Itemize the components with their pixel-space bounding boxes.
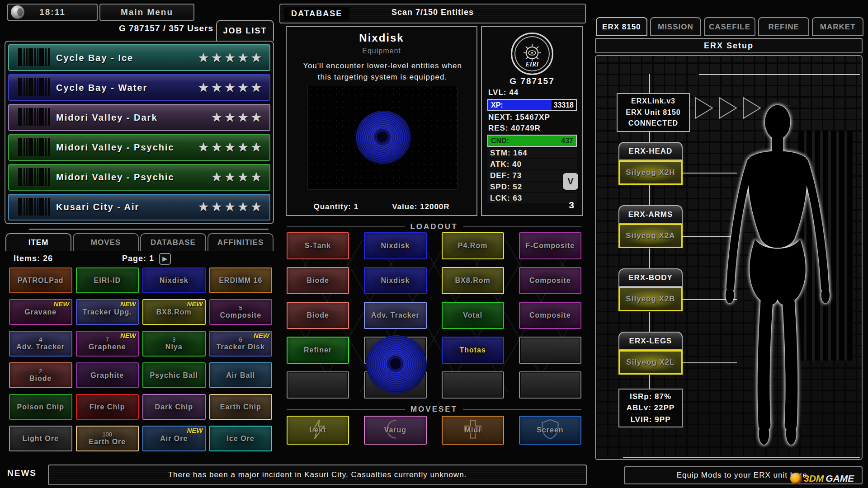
detail-item-name: Nixdisk [287, 32, 476, 44]
loadout-slot[interactable]: Votal [442, 302, 504, 329]
job-list-item[interactable]: Midori Valley - Psychic ★★★★ [8, 164, 270, 191]
loadout-slot[interactable]: BX8.Rom [442, 267, 504, 294]
inventory-item[interactable]: Earth Chip [209, 394, 273, 420]
v-button[interactable]: V [563, 173, 578, 190]
slot-item-name: BX8.Rom [455, 277, 491, 285]
tab-mission[interactable]: MISSION [650, 17, 702, 36]
next-page-button[interactable]: ▶ [159, 253, 171, 265]
loadout-slot[interactable]: Composite [519, 302, 581, 329]
item-name: PATROLPad [18, 277, 64, 285]
slot-item-name: Composite [529, 277, 571, 285]
new-badge: NEW [187, 300, 203, 308]
loadout-slot[interactable]: Nixdisk [364, 267, 426, 294]
tab-market[interactable]: MARKET [812, 17, 863, 36]
inventory-item[interactable]: Poison Chip [9, 394, 72, 420]
slot-item-name: Thotas [459, 346, 486, 354]
inventory-item[interactable]: Psychic Ball [142, 362, 206, 388]
tab-item[interactable]: ITEM [5, 233, 71, 251]
erx-tab-bar: ERX 8150 MISSION CASEFILE REFINE MARKET [596, 17, 863, 36]
inventory-item[interactable]: EIRI-ID [76, 267, 139, 293]
loadout-slot[interactable]: Composite [519, 267, 581, 294]
move-slot[interactable]: Varug [364, 416, 426, 445]
job-list-item[interactable]: Cycle Bay - Water ★★★★★ [8, 74, 270, 101]
game-screen: 18:11 Main Menu G 787157 / 357 Users JOB… [0, 0, 868, 488]
job-rating-stars: ★★★★★ [198, 80, 264, 95]
inventory-item[interactable]: 5Composite [209, 299, 273, 325]
inventory-item[interactable]: NEW6Tracker Disk [209, 331, 273, 357]
inventory-item[interactable]: PATROLPad [9, 267, 72, 293]
inventory-item[interactable]: 100Earth Ore [76, 426, 139, 451]
ablv-stat: ABLv: 22PP [619, 402, 682, 414]
inventory-item[interactable]: Air Ball [209, 362, 273, 388]
lvir-stat: LVIR: 9PP [619, 414, 682, 426]
tab-erx-8150[interactable]: ERX 8150 [596, 17, 647, 36]
move-name: Screen [537, 426, 563, 434]
items-count: Items: 26 [14, 254, 53, 263]
item-name: Adv. Tracker [16, 343, 65, 351]
inventory-item[interactable]: 3Niya [142, 331, 206, 357]
job-list-item[interactable]: Cycle Bay - Ice ★★★★★ [8, 44, 270, 71]
stat-stm: STM: 164 [487, 148, 577, 158]
move-slot[interactable]: Midi [442, 416, 504, 445]
loadout-slot[interactable]: F-Composite [519, 232, 581, 259]
move-slot[interactable]: Screen [519, 416, 581, 445]
item-quantity: 100 [102, 432, 112, 438]
erx-legs-item[interactable]: Silyeog X2L [618, 350, 683, 375]
loadout-slot[interactable]: S-Tank [287, 232, 349, 259]
erx-arms-item[interactable]: Silyeog X2A [618, 224, 683, 248]
job-list-item[interactable]: Midori Valley - Dark ★★★★ [8, 104, 270, 131]
connector-line [649, 312, 650, 332]
loadout-slot-empty[interactable] [287, 371, 349, 399]
inventory-item[interactable]: Ice Ore [209, 426, 273, 451]
inventory-item[interactable]: NEWBX8.Rom [142, 299, 206, 325]
equipped-mod-name: Silyeog X2L [626, 358, 675, 367]
tab-database[interactable]: DATABASE [140, 233, 206, 251]
job-list-item[interactable]: Kusari City - Air ★★★★★ [8, 194, 270, 221]
inventory-item[interactable]: ERDIMM 16 [209, 267, 273, 293]
inventory-item[interactable]: 4Adv. Tracker [9, 331, 72, 357]
erx-setup-panel: ERXLink.v3 ERX Unit 8150 CONNECTED [595, 55, 863, 460]
inventory-item[interactable]: NEWGravane [9, 299, 72, 325]
resources: RES: 40749R [488, 124, 577, 133]
job-rating-stars: ★★★★★ [198, 140, 264, 155]
loadout-slot[interactable]: Thotas [442, 337, 504, 364]
loadout-slot[interactable]: Nixdisk [364, 232, 426, 259]
inventory-item[interactable]: Light Ore [9, 426, 72, 451]
job-name: Cycle Bay - Ice [56, 52, 133, 63]
loadout-slot[interactable]: P4.Rom [442, 232, 504, 259]
inventory-item[interactable]: NEW7Graphene [76, 331, 139, 357]
connector-line [649, 132, 650, 142]
main-menu-button[interactable]: Main Menu [99, 4, 194, 21]
tab-affinities[interactable]: AFFINITIES [208, 233, 274, 251]
loadout-slot-empty[interactable] [519, 371, 581, 399]
tab-casefile[interactable]: CASEFILE [704, 17, 755, 36]
tab-job-list[interactable]: JOB LIST [216, 20, 274, 41]
user-id-users-count: G 787157 / 357 Users [108, 23, 213, 33]
inventory-item[interactable]: Nixdisk [142, 267, 206, 293]
move-slot[interactable]: Lekt [287, 416, 349, 445]
job-list-item[interactable]: Midori Valley - Psychic ★★★★★ [8, 134, 270, 161]
inventory-item[interactable]: NEWAir Ore [142, 426, 206, 451]
inventory-item[interactable]: Fire Chip [76, 394, 139, 420]
inventory-item[interactable]: 2Biode [9, 362, 72, 388]
slot-item-name: Nixdisk [381, 242, 410, 250]
tab-moves[interactable]: MOVES [73, 233, 139, 251]
loadout-slot-empty[interactable] [519, 337, 581, 364]
new-badge: NEW [187, 427, 203, 434]
job-name: Cycle Bay - Water [56, 82, 147, 93]
inventory-item[interactable]: Graphite [76, 362, 139, 388]
inventory-item[interactable]: NEWTracker Upg. [76, 299, 139, 325]
loadout-slot[interactable]: Biode [287, 302, 349, 329]
loadout-slot[interactable]: Biode [287, 267, 349, 294]
item-name: ERDIMM 16 [219, 277, 262, 285]
inventory-item[interactable]: Dark Chip [142, 394, 206, 420]
item-name: Earth Chip [220, 403, 261, 411]
eiri-logo-text: EIRI [512, 61, 552, 68]
loadout-slot-empty[interactable] [442, 371, 504, 399]
rule-line [287, 226, 405, 227]
loadout-slot[interactable]: Adv. Tracker [364, 302, 426, 329]
erx-head-item[interactable]: Silyeog X2H [618, 160, 683, 185]
tab-refine[interactable]: REFINE [758, 17, 810, 36]
loadout-slot[interactable]: Refiner [287, 337, 349, 364]
erx-body-item[interactable]: Silyeog X2B [618, 287, 683, 311]
